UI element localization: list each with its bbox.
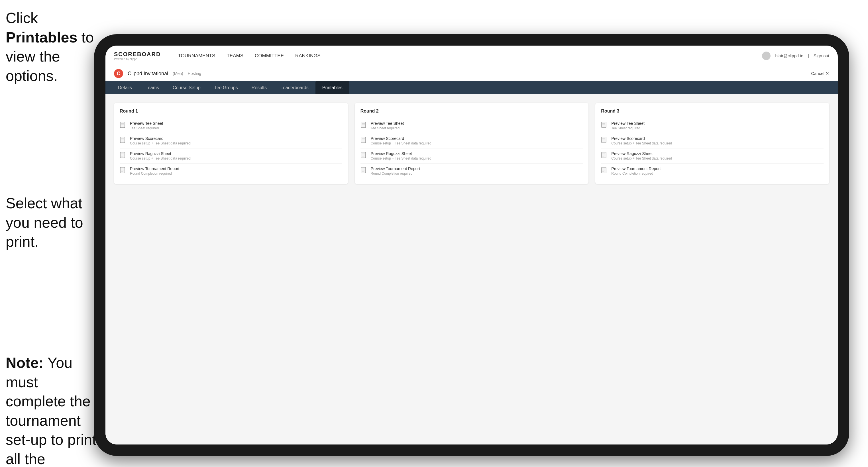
- round-3-tee-sheet[interactable]: Preview Tee Sheet Tee Sheet required: [601, 118, 824, 133]
- document-icon-12: [601, 167, 608, 175]
- round-2-section: Round 2 Preview Tee Sheet Tee Sheet requ…: [355, 103, 589, 184]
- tournament-logo: C: [114, 69, 123, 78]
- r2-tee-sheet-title: Preview Tee Sheet: [371, 121, 404, 126]
- user-avatar: [762, 52, 771, 60]
- r1-tee-sheet-sub: Tee Sheet required: [130, 126, 163, 130]
- r1-scorecard-title: Preview Scorecard: [130, 136, 191, 141]
- top-nav-links: TOURNAMENTS TEAMS COMMITTEE RANKINGS: [178, 52, 762, 60]
- r3-scorecard-sub: Course setup + Tee Sheet data required: [611, 141, 672, 145]
- round-1-tournament-report[interactable]: Preview Tournament Report Round Completi…: [120, 163, 342, 178]
- tab-leaderboards[interactable]: Leaderboards: [274, 81, 315, 94]
- r2-scorecard-title: Preview Scorecard: [371, 136, 431, 141]
- document-icon-8: [361, 167, 367, 175]
- tournament-name: Clippd Invitational: [128, 71, 168, 76]
- r1-raguzzi-title: Preview Raguzzi Sheet: [130, 151, 191, 156]
- instruction-middle: Select what you need to print.: [6, 194, 97, 252]
- r3-tee-sheet-sub: Tee Sheet required: [611, 126, 644, 130]
- top-nav-right: blair@clippd.io | Sign out: [762, 52, 829, 60]
- tablet-screen: SCOREBOARD Powered by clippd TOURNAMENTS…: [105, 45, 838, 444]
- r1-tournament-report-sub: Round Completion required: [130, 172, 179, 176]
- document-icon-6: [361, 137, 367, 145]
- round-3-scorecard[interactable]: Preview Scorecard Course setup + Tee She…: [601, 133, 824, 149]
- r1-raguzzi-sub: Course setup + Tee Sheet data required: [130, 156, 191, 160]
- main-content: Round 1 Preview Tee Sheet Tee Sheet requ…: [105, 94, 838, 444]
- nav-rankings[interactable]: RANKINGS: [295, 52, 320, 60]
- round-1-title: Round 1: [120, 108, 342, 114]
- r2-tournament-report-sub: Round Completion required: [371, 172, 420, 176]
- sub-header: C Clippd Invitational (Men) Hosting Canc…: [105, 66, 838, 81]
- nav-tournaments[interactable]: TOURNAMENTS: [178, 52, 215, 60]
- r1-tournament-report-title: Preview Tournament Report: [130, 166, 179, 171]
- document-icon-7: [361, 152, 367, 160]
- tournament-tag: (Men): [173, 71, 183, 76]
- r3-tournament-report-sub: Round Completion required: [611, 172, 660, 176]
- logo-area: SCOREBOARD Powered by clippd: [114, 51, 161, 61]
- round-2-tournament-report[interactable]: Preview Tournament Report Round Completi…: [361, 163, 583, 178]
- r1-tee-sheet-title: Preview Tee Sheet: [130, 121, 163, 126]
- r1-scorecard-sub: Course setup + Tee Sheet data required: [130, 141, 191, 145]
- rounds-grid: Round 1 Preview Tee Sheet Tee Sheet requ…: [114, 103, 829, 184]
- round-2-raguzzi[interactable]: Preview Raguzzi Sheet Course setup + Tee…: [361, 149, 583, 163]
- tab-bar: Details Teams Course Setup Tee Groups Re…: [105, 81, 838, 94]
- instruction-bottom: Note: You must complete the tournament s…: [6, 353, 97, 467]
- r2-raguzzi-sub: Course setup + Tee Sheet data required: [371, 156, 431, 160]
- round-3-section: Round 3 Preview Tee Sheet Tee Sheet requ…: [595, 103, 829, 184]
- round-2-scorecard[interactable]: Preview Scorecard Course setup + Tee She…: [361, 133, 583, 149]
- instruction-note-bold: Note:: [6, 354, 43, 371]
- round-1-scorecard[interactable]: Preview Scorecard Course setup + Tee She…: [120, 133, 342, 149]
- r3-tee-sheet-title: Preview Tee Sheet: [611, 121, 644, 126]
- round-1-raguzzi[interactable]: Preview Raguzzi Sheet Course setup + Tee…: [120, 149, 342, 163]
- round-3-raguzzi[interactable]: Preview Raguzzi Sheet Course setup + Tee…: [601, 149, 824, 163]
- sign-out-link[interactable]: Sign out: [813, 53, 829, 58]
- tournament-status: Hosting: [188, 71, 201, 76]
- round-1-tee-sheet[interactable]: Preview Tee Sheet Tee Sheet required: [120, 118, 342, 133]
- r3-scorecard-title: Preview Scorecard: [611, 136, 672, 141]
- tab-printables[interactable]: Printables: [315, 81, 349, 94]
- r3-raguzzi-title: Preview Raguzzi Sheet: [611, 151, 672, 156]
- tab-details[interactable]: Details: [111, 81, 139, 94]
- tab-course-setup[interactable]: Course Setup: [166, 81, 208, 94]
- document-icon-2: [120, 137, 126, 145]
- document-icon-4: [120, 167, 126, 175]
- r2-tee-sheet-sub: Tee Sheet required: [371, 126, 404, 130]
- logo-title: SCOREBOARD: [114, 51, 161, 58]
- document-icon-9: [601, 122, 608, 130]
- r2-raguzzi-title: Preview Raguzzi Sheet: [371, 151, 431, 156]
- round-3-title: Round 3: [601, 108, 824, 114]
- round-2-tee-sheet[interactable]: Preview Tee Sheet Tee Sheet required: [361, 118, 583, 133]
- r3-raguzzi-sub: Course setup + Tee Sheet data required: [611, 156, 672, 160]
- document-icon-10: [601, 137, 608, 145]
- tablet-shell: SCOREBOARD Powered by clippd TOURNAMENTS…: [94, 34, 849, 456]
- tab-teams[interactable]: Teams: [139, 81, 166, 94]
- tab-tee-groups[interactable]: Tee Groups: [208, 81, 245, 94]
- r2-tournament-report-title: Preview Tournament Report: [371, 166, 420, 171]
- round-2-title: Round 2: [361, 108, 583, 114]
- document-icon-11: [601, 152, 608, 160]
- cancel-button[interactable]: Cancel ✕: [811, 71, 829, 76]
- round-1-section: Round 1 Preview Tee Sheet Tee Sheet requ…: [114, 103, 348, 184]
- user-email: blair@clippd.io: [775, 53, 803, 58]
- round-3-tournament-report[interactable]: Preview Tournament Report Round Completi…: [601, 163, 824, 178]
- nav-teams[interactable]: TEAMS: [226, 52, 243, 60]
- document-icon-5: [361, 122, 367, 130]
- instruction-bold: Printables: [6, 29, 77, 45]
- tab-results[interactable]: Results: [245, 81, 274, 94]
- r3-tournament-report-title: Preview Tournament Report: [611, 166, 660, 171]
- r2-scorecard-sub: Course setup + Tee Sheet data required: [371, 141, 431, 145]
- top-nav: SCOREBOARD Powered by clippd TOURNAMENTS…: [105, 45, 838, 66]
- nav-committee[interactable]: COMMITTEE: [255, 52, 284, 60]
- logo-sub: Powered by clippd: [114, 58, 161, 61]
- document-icon: [120, 122, 126, 130]
- document-icon-3: [120, 152, 126, 160]
- instruction-top: Click Printables to view the options.: [6, 8, 97, 86]
